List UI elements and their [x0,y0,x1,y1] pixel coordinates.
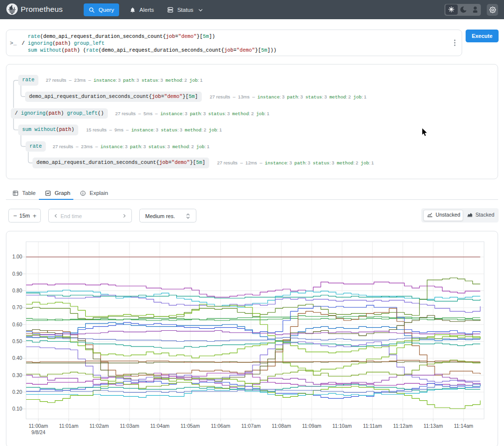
svg-text:11:14am: 11:14am [454,423,473,429]
svg-text:11:09am: 11:09am [302,423,321,429]
svg-text:11:03am: 11:03am [120,423,139,429]
svg-text:11:07am: 11:07am [241,423,260,429]
svg-text:0.30: 0.30 [12,373,22,378]
svg-text:0.40: 0.40 [12,355,22,361]
svg-text:9/8/24: 9/8/24 [32,430,46,435]
svg-text:11:12am: 11:12am [393,423,412,429]
svg-text:11:06am: 11:06am [211,423,230,429]
svg-text:1.00: 1.00 [12,254,22,259]
svg-text:11:02am: 11:02am [90,423,109,429]
svg-text:0.10: 0.10 [12,406,22,412]
svg-text:11:13am: 11:13am [423,423,442,429]
svg-text:0.80: 0.80 [12,288,22,293]
svg-text:11:04am: 11:04am [150,423,169,429]
svg-text:11:01am: 11:01am [59,423,78,429]
svg-text:11:05am: 11:05am [181,423,200,429]
svg-text:0.50: 0.50 [12,339,22,344]
svg-text:11:11am: 11:11am [363,423,382,429]
svg-text:0.70: 0.70 [12,305,22,310]
svg-text:0.20: 0.20 [12,389,22,395]
svg-text:11:00am: 11:00am [29,423,48,429]
svg-text:0.60: 0.60 [12,322,22,327]
svg-text:11:10am: 11:10am [332,423,351,429]
svg-text:11:08am: 11:08am [272,423,291,429]
svg-text:0.90: 0.90 [12,271,22,277]
